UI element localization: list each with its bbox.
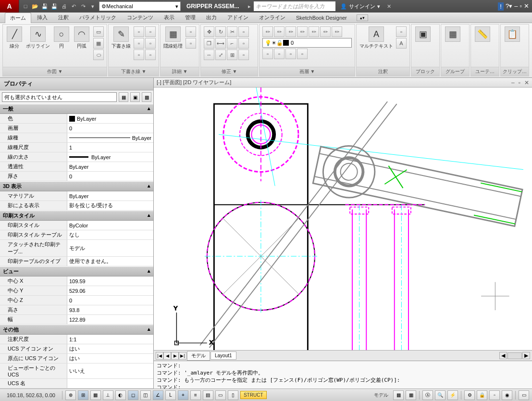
- tab-layout1[interactable]: Layout1: [210, 351, 236, 360]
- cat-other-header[interactable]: その他▴: [0, 325, 153, 335]
- tab-first-icon[interactable]: |◀: [156, 352, 163, 360]
- workspace-selector[interactable]: ⚙ Mechanical ▾: [99, 1, 181, 11]
- tab-online[interactable]: オンライン: [254, 13, 290, 23]
- prop-thickness[interactable]: 厚さ0: [0, 172, 153, 181]
- ribbon-minimize-button[interactable]: ▴▾: [357, 14, 368, 21]
- quick-view-layouts-icon[interactable]: ▦: [393, 390, 404, 400]
- scrollbar-right-icon[interactable]: ▶: [522, 352, 530, 359]
- arc-button[interactable]: ◠円弧: [73, 26, 90, 50]
- sc-icon[interactable]: ▯: [228, 390, 238, 400]
- cat-view-header[interactable]: ビュー▴: [0, 266, 153, 276]
- help-dropdown[interactable]: ?▾: [506, 2, 512, 11]
- tab-annotate[interactable]: 注釈: [53, 13, 74, 23]
- help-icon[interactable]: !: [498, 2, 504, 11]
- prop-plot-style[interactable]: 印刷スタイルByColor: [0, 221, 153, 230]
- lwt-icon[interactable]: ≡: [190, 390, 201, 400]
- l4-icon[interactable]: ✏: [297, 26, 308, 37]
- scrollbar-track[interactable]: [507, 352, 522, 359]
- drawing-canvas[interactable]: XY: [154, 88, 532, 350]
- tab-next-icon[interactable]: ▶: [171, 352, 179, 360]
- l5-icon[interactable]: ✏: [309, 26, 319, 37]
- exchange-icon[interactable]: ✕: [385, 2, 394, 11]
- copy-icon[interactable]: ❐: [204, 38, 214, 49]
- l7-icon[interactable]: ✏: [332, 26, 342, 37]
- tab-view[interactable]: 表示: [159, 13, 179, 23]
- panel-label-modify[interactable]: 修正 ▼: [201, 67, 258, 76]
- qat-dropdown-icon[interactable]: ▾: [88, 2, 97, 11]
- scrollbar-left-icon[interactable]: ◀: [499, 352, 507, 359]
- 3dosnap-icon[interactable]: ◫: [140, 390, 151, 400]
- fillet-icon[interactable]: ⌐: [227, 38, 237, 49]
- pickadd-icon[interactable]: ▩: [142, 92, 151, 102]
- plot-icon[interactable]: 🖨: [60, 2, 68, 11]
- viewport-close-icon[interactable]: ✕: [524, 79, 529, 86]
- prop-ucs-name[interactable]: UCS 名: [0, 379, 153, 388]
- polar-icon[interactable]: ◐: [115, 390, 126, 400]
- prop-plot-table[interactable]: 印刷スタイル テーブルなし: [0, 230, 153, 240]
- l6-icon[interactable]: ✏: [320, 26, 331, 37]
- tab-content[interactable]: コンテンツ: [122, 13, 158, 23]
- panel-label-layers[interactable]: 画層 ▼: [260, 67, 355, 76]
- a2-icon[interactable]: A: [396, 38, 407, 49]
- panel-label-draw[interactable]: 作図 ▼: [3, 67, 107, 76]
- osnap-icon[interactable]: ◻: [128, 390, 138, 400]
- prop-ltscale[interactable]: 線種尺度1: [0, 143, 153, 152]
- tab-addins[interactable]: アドイン: [223, 13, 253, 23]
- prop-center-z[interactable]: 中心 Z0: [0, 296, 153, 305]
- prop-plot-attached[interactable]: アタッチされた印刷テーブ...モデル: [0, 240, 153, 257]
- infer-constraints-icon[interactable]: ⊕: [65, 390, 76, 400]
- tab-sketchbook[interactable]: SketchBook Designer: [291, 13, 352, 22]
- rect-icon[interactable]: ▭: [93, 26, 104, 37]
- cl6-icon[interactable]: ▫: [145, 50, 156, 60]
- save-icon[interactable]: 💾: [40, 2, 49, 11]
- quick-view-drawings-icon[interactable]: ▦: [406, 390, 416, 400]
- hidden-line-button[interactable]: ▦隠線処理: [163, 26, 183, 50]
- ortho-icon[interactable]: ⊥: [103, 390, 113, 400]
- cl1-icon[interactable]: ▫: [134, 26, 144, 37]
- coordinate-display[interactable]: 160.18, 502.63, 0.00: [3, 392, 59, 398]
- paste-button[interactable]: 📋: [504, 26, 521, 42]
- dyn-icon[interactable]: +: [178, 390, 188, 400]
- minimize-icon[interactable]: –: [514, 2, 518, 11]
- array-icon[interactable]: ⊞: [227, 50, 237, 60]
- circle-button[interactable]: ○円: [53, 26, 70, 50]
- close-icon[interactable]: ✕: [524, 2, 529, 11]
- snap-icon[interactable]: ⊞: [78, 390, 88, 400]
- otrack-icon[interactable]: ∠: [153, 390, 163, 400]
- cl5-icon[interactable]: ▫: [134, 50, 144, 60]
- cl4-icon[interactable]: ▫: [145, 38, 156, 49]
- clean-screen-icon[interactable]: ▭: [519, 390, 529, 400]
- cl3-icon[interactable]: ▫: [134, 38, 144, 49]
- d1-icon[interactable]: ▫: [186, 26, 196, 37]
- prop-width[interactable]: 幅122.89: [0, 315, 153, 325]
- cmd-prompt[interactable]: コマンド:: [157, 384, 529, 388]
- workspace-switch-icon[interactable]: ⚙: [464, 390, 475, 400]
- doc-dropdown-icon[interactable]: ▸: [245, 2, 254, 11]
- prop-ucs-vp[interactable]: ビューポートごとの UCSいいえ: [0, 363, 153, 379]
- app-menu-button[interactable]: A: [0, 0, 19, 13]
- prop-plot-type[interactable]: 印刷テーブルのタイプ使用できません。: [0, 257, 153, 266]
- m4-icon[interactable]: ▫: [238, 26, 249, 37]
- anno-scale-icon[interactable]: Ⓐ: [422, 390, 433, 400]
- signin-button[interactable]: 👤 サインイン ▾: [335, 3, 385, 10]
- mtext-button[interactable]: Aマルチテキスト: [359, 26, 393, 50]
- prop-anno-scale[interactable]: 注釈尺度1:1: [0, 335, 153, 344]
- hatch-icon[interactable]: ▦: [93, 38, 104, 49]
- ducs-icon[interactable]: L: [165, 390, 176, 400]
- anno-auto-icon[interactable]: ⚡: [447, 390, 458, 400]
- maximize-icon[interactable]: ▫: [520, 2, 522, 11]
- tab-last-icon[interactable]: ▶|: [179, 352, 186, 360]
- select-objects-icon[interactable]: ▣: [130, 92, 140, 102]
- prop-transparency[interactable]: 透過性ByLayer: [0, 162, 153, 172]
- tab-output[interactable]: 出力: [201, 13, 222, 23]
- prop-ucs-on[interactable]: UCS アイコン オンはい: [0, 344, 153, 354]
- polyline-button[interactable]: ∿ポリライン: [26, 26, 50, 50]
- tab-insert[interactable]: 挿入: [32, 13, 52, 23]
- cat-general-header[interactable]: 一般▴: [0, 104, 153, 114]
- rotate-icon[interactable]: ↻: [215, 26, 226, 37]
- grid-icon[interactable]: ▦: [90, 390, 101, 400]
- panel-label-detail[interactable]: 詳細 ▼: [161, 67, 199, 76]
- selection-dropdown[interactable]: 何も選択されていません: [2, 92, 117, 102]
- measure-button[interactable]: 📏: [474, 26, 491, 42]
- qp-icon[interactable]: ▭: [215, 390, 226, 400]
